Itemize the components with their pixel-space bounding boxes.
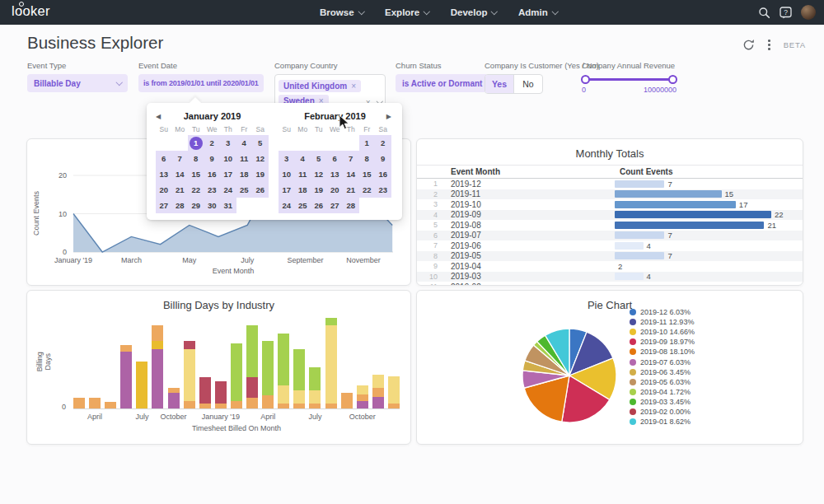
calendar-day[interactable]: 29	[188, 198, 204, 213]
search-icon[interactable]	[758, 7, 770, 19]
bar[interactable]	[246, 325, 258, 408]
legend-item[interactable]: 2019-08 18.10%	[630, 347, 695, 357]
legend-item[interactable]: 2019-11 12.93%	[630, 317, 695, 327]
calendar-day[interactable]: 26	[311, 198, 327, 213]
calendar-day[interactable]: 27	[327, 198, 344, 213]
calendar-day[interactable]: 18	[295, 182, 311, 198]
calendar-day[interactable]: 8	[359, 151, 376, 166]
bar[interactable]	[136, 362, 147, 408]
bar[interactable]	[262, 341, 274, 408]
bar[interactable]	[293, 349, 305, 408]
calendar-day[interactable]: 26	[252, 182, 269, 198]
table-row[interactable]: 62019-077	[417, 231, 803, 241]
calendar-day[interactable]: 3	[279, 151, 295, 166]
calendar-day[interactable]: 10	[279, 166, 295, 182]
calendar-day[interactable]: 6	[327, 151, 344, 166]
slider-handle-max[interactable]	[668, 75, 677, 84]
legend-item[interactable]: 2019-07 6.03%	[630, 357, 695, 366]
table-row[interactable]: 102019-034	[417, 272, 803, 282]
help-icon[interactable]: ?	[780, 7, 792, 19]
bar[interactable]	[231, 343, 242, 408]
legend-item[interactable]: 2019-10 14.66%	[630, 327, 695, 337]
nav-menu-browse[interactable]: Browse	[320, 7, 363, 17]
calendar-day[interactable]: 16	[375, 166, 391, 182]
calendar-day[interactable]: 14	[172, 166, 189, 182]
event-type-select[interactable]: Billable Day	[27, 74, 128, 92]
slider-track[interactable]	[584, 78, 674, 81]
calendar-day[interactable]: 19	[311, 182, 327, 198]
more-menu-button[interactable]	[765, 39, 773, 50]
calendar-day[interactable]: 1	[359, 135, 376, 151]
calendar-day[interactable]: 23	[375, 182, 391, 198]
legend-item[interactable]: 2019-12 6.03%	[630, 307, 695, 317]
bar[interactable]	[105, 402, 116, 408]
calendar-day[interactable]: 6	[156, 151, 172, 166]
calendar-day[interactable]: 25	[236, 182, 253, 198]
calendar-day[interactable]: 17	[220, 166, 236, 182]
bar[interactable]	[341, 393, 353, 408]
churn-status-field[interactable]: is Active or Dormant	[396, 74, 489, 92]
bar[interactable]	[152, 325, 163, 408]
calendar-day[interactable]: 4	[236, 135, 253, 151]
table-row[interactable]: 82019-057	[417, 251, 803, 262]
calendar-day[interactable]: 22	[188, 182, 204, 198]
calendar-day[interactable]: 4	[295, 151, 311, 166]
calendar-day[interactable]: 23	[204, 182, 221, 198]
calendar-day[interactable]: 8	[188, 151, 204, 166]
bar[interactable]	[184, 341, 195, 408]
bar[interactable]	[199, 377, 211, 408]
calendar-day[interactable]: 28	[172, 198, 189, 213]
calendar-day[interactable]: 13	[327, 166, 344, 182]
bar[interactable]	[357, 385, 368, 408]
calendar-day[interactable]: 16	[204, 166, 221, 182]
calendar-day[interactable]: 13	[156, 166, 172, 182]
calendar-day[interactable]: 9	[375, 151, 391, 166]
calendar-day[interactable]: 22	[359, 182, 376, 198]
calendar-day[interactable]: 5	[252, 135, 269, 151]
bar[interactable]	[120, 345, 132, 408]
calendar-day[interactable]: 19	[252, 166, 269, 182]
stacked-bar-plot[interactable]	[73, 315, 400, 409]
calendar-day[interactable]: 3	[220, 135, 236, 151]
legend-item[interactable]: 2019-02 0.00%	[630, 407, 695, 417]
calendar-day[interactable]: 15	[188, 166, 204, 182]
bar[interactable]	[73, 398, 85, 408]
calendar-day[interactable]: 12	[311, 166, 327, 182]
avatar[interactable]	[801, 5, 816, 20]
refresh-button[interactable]	[742, 39, 755, 51]
table-row[interactable]: 22019-1115	[417, 189, 803, 200]
bar[interactable]	[372, 375, 384, 408]
slider-handle-min[interactable]	[581, 75, 590, 84]
calendar-next-icon[interactable]: ▶	[380, 113, 391, 120]
calendar-day[interactable]: 11	[295, 166, 311, 182]
calendar-day[interactable]: 10	[220, 151, 236, 166]
nav-menu-admin[interactable]: Admin	[518, 7, 557, 17]
calendar-day[interactable]: 31	[220, 198, 236, 213]
calendar-day[interactable]: 28	[343, 198, 359, 213]
table-row[interactable]: 12019-127	[417, 179, 803, 189]
calendar-day[interactable]: 7	[172, 151, 189, 166]
calendar-day[interactable]: 17	[279, 182, 295, 198]
calendar-day[interactable]: 24	[279, 198, 295, 213]
calendar-day[interactable]: 21	[172, 182, 189, 198]
nav-menu-develop[interactable]: Develop	[451, 7, 497, 17]
calendar-day[interactable]: 1	[188, 135, 204, 151]
table-row[interactable]: 72019-064	[417, 240, 803, 251]
remove-chip-icon[interactable]: ×	[351, 82, 356, 91]
calendar-prev-icon[interactable]: ◀	[156, 113, 167, 120]
legend-item[interactable]: 2019-04 1.72%	[630, 387, 695, 397]
calendar-day[interactable]: 7	[343, 151, 359, 166]
yes-option[interactable]: Yes	[485, 75, 514, 93]
calendar-day[interactable]: 20	[327, 182, 344, 198]
calendar-day[interactable]: 18	[236, 166, 253, 182]
looker-logo[interactable]: looker	[12, 3, 50, 19]
calendar-day[interactable]: 20	[156, 182, 172, 198]
calendar-day[interactable]: 5	[311, 151, 327, 166]
column-header-count-events[interactable]: Count Events	[615, 167, 803, 176]
bar[interactable]	[309, 367, 321, 408]
legend-item[interactable]: 2019-03 3.45%	[630, 397, 695, 407]
bar[interactable]	[278, 334, 289, 408]
table-row[interactable]: 112019-020	[417, 282, 803, 286]
bar[interactable]	[89, 398, 101, 408]
country-chip[interactable]: United Kingdom×	[279, 80, 361, 92]
